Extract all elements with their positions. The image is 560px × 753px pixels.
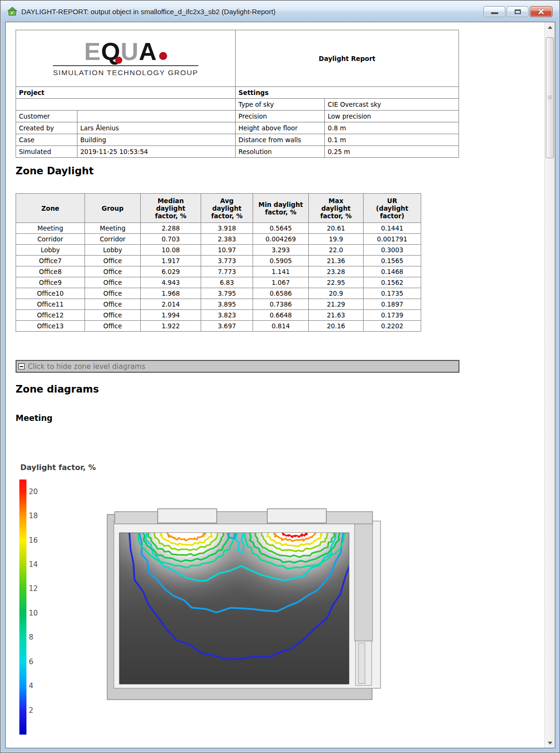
table-cell: 0.5905 bbox=[253, 256, 309, 266]
table-row: Office7Office1.9173.7730.590521.360.1565 bbox=[16, 256, 421, 266]
table-cell: 1.994 bbox=[141, 310, 201, 321]
close-icon bbox=[537, 8, 545, 16]
app-window: DAYLIGHT-REPORT: output object in smallo… bbox=[0, 0, 560, 753]
window-right bbox=[267, 509, 326, 523]
table-cell: 3.795 bbox=[201, 288, 253, 299]
door-leaf bbox=[358, 643, 365, 684]
zone-daylight-heading: Zone Daylight bbox=[16, 165, 93, 177]
table-cell: 10.08 bbox=[141, 245, 201, 256]
table-cell: Meeting bbox=[85, 223, 141, 234]
table-cell: 21.29 bbox=[309, 299, 364, 310]
table-row: MeetingMeeting2.2883.9180.564520.610.144… bbox=[16, 223, 421, 234]
table-cell: 0.6586 bbox=[253, 288, 309, 299]
daylight-contour-diagram bbox=[107, 498, 383, 704]
table-cell: 7.773 bbox=[201, 266, 253, 277]
logo-subtitle: SIMULATION TECHNOLOGY GROUP bbox=[53, 68, 198, 77]
table-cell: 20.61 bbox=[309, 223, 364, 234]
zone-column-header: Group bbox=[85, 194, 141, 223]
table-cell: 3.895 bbox=[201, 299, 253, 310]
table-cell: 1.141 bbox=[253, 266, 309, 277]
minimize-icon bbox=[491, 12, 498, 14]
vertical-scrollbar[interactable] bbox=[544, 22, 555, 748]
table-row: LobbyLobby10.0810.973.29322.00.3003 bbox=[16, 245, 421, 256]
table-row: Office10Office1.9683.7950.658620.90.1735 bbox=[16, 288, 421, 299]
top-wall bbox=[115, 512, 373, 524]
zone-column-header: Zone bbox=[16, 194, 85, 223]
table-cell: 0.3003 bbox=[364, 245, 421, 256]
hide-zone-diagrams-bar[interactable]: Click to hide zone level diagrams bbox=[16, 360, 459, 373]
setting-label: Resolution bbox=[236, 146, 325, 158]
table-cell: 4.943 bbox=[141, 277, 201, 288]
project-value: Lars Ålenius bbox=[77, 122, 236, 134]
table-row: Office12Office1.9943.8230.664821.630.173… bbox=[16, 310, 421, 321]
table-cell: 0.004269 bbox=[253, 234, 309, 245]
legend-tick: 16 bbox=[29, 536, 38, 545]
table-cell: 0.1739 bbox=[364, 310, 421, 321]
table-cell: 6.029 bbox=[141, 266, 201, 277]
zone-diagrams-heading: Zone diagrams bbox=[16, 384, 99, 395]
table-cell: 1.067 bbox=[253, 277, 309, 288]
table-cell: 21.36 bbox=[309, 256, 364, 266]
table-cell: 10.97 bbox=[201, 245, 253, 256]
window-title: DAYLIGHT-REPORT: output object in smallo… bbox=[21, 8, 276, 16]
collapse-minus-icon[interactable] bbox=[18, 363, 25, 369]
table-cell: 2.014 bbox=[141, 299, 201, 310]
right-wall bbox=[355, 523, 373, 641]
scroll-down-button[interactable] bbox=[545, 738, 554, 747]
table-row: Office8Office6.0297.7731.14123.280.1468 bbox=[16, 266, 421, 277]
legend-tick: 20 bbox=[29, 488, 38, 496]
report-page: EQUA SIMULATION TECHNOLOGY GROUP Dayligh… bbox=[6, 22, 544, 748]
table-cell: Office bbox=[85, 277, 141, 288]
minimize-button[interactable] bbox=[484, 6, 505, 17]
zone-column-header: UR (daylight factor) bbox=[364, 194, 421, 223]
table-cell: 3.293 bbox=[253, 245, 309, 256]
project-value bbox=[77, 111, 236, 122]
table-cell: 23.28 bbox=[309, 266, 364, 277]
screen: DAYLIGHT-REPORT: output object in smallo… bbox=[0, 0, 560, 753]
table-cell: Meeting bbox=[16, 223, 85, 234]
table-cell: 2.383 bbox=[201, 234, 253, 245]
logo-red-dot bbox=[159, 52, 167, 60]
project-label: Case bbox=[16, 134, 77, 146]
scroll-up-button[interactable] bbox=[545, 23, 554, 32]
table-cell: Corridor bbox=[16, 234, 85, 245]
table-cell: 6.83 bbox=[201, 277, 253, 288]
setting-label: Distance from walls bbox=[236, 134, 325, 146]
zone-column-header: Median daylight factor, % bbox=[141, 194, 201, 223]
table-cell: Office bbox=[85, 256, 141, 266]
logo-cell: EQUA SIMULATION TECHNOLOGY GROUP bbox=[16, 30, 236, 87]
diagram-zone-name: Meeting bbox=[16, 413, 52, 423]
table-cell: 0.001791 bbox=[364, 234, 421, 245]
table-cell: Office bbox=[85, 310, 141, 321]
report-title: Daylight Report bbox=[236, 30, 459, 87]
report-header-table: EQUA SIMULATION TECHNOLOGY GROUP Dayligh… bbox=[16, 30, 459, 158]
scrollbar-thumb[interactable] bbox=[546, 37, 554, 158]
close-button[interactable] bbox=[530, 6, 552, 17]
legend-color-bar bbox=[19, 479, 26, 735]
zone-column-header: Avg daylight factor, % bbox=[201, 194, 253, 223]
setting-value: CIE Overcast sky bbox=[325, 99, 459, 111]
table-cell: 0.1735 bbox=[364, 288, 421, 299]
table-cell: Office11 bbox=[16, 299, 85, 310]
window-titlebar[interactable]: DAYLIGHT-REPORT: output object in smallo… bbox=[1, 1, 559, 22]
legend-tick: 8 bbox=[29, 633, 34, 642]
project-heading: Project bbox=[16, 87, 236, 99]
table-cell: 0.2202 bbox=[364, 321, 421, 332]
table-cell: 3.918 bbox=[201, 223, 253, 234]
table-cell: 20.16 bbox=[309, 321, 364, 332]
maximize-button[interactable] bbox=[507, 6, 528, 17]
table-row: Office9Office4.9436.831.06722.950.1562 bbox=[16, 277, 421, 288]
table-cell: Lobby bbox=[85, 245, 141, 256]
zone-column-header: Max daylight factor, % bbox=[309, 194, 364, 223]
table-cell: Office10 bbox=[16, 288, 85, 299]
table-cell: 0.1562 bbox=[364, 277, 421, 288]
legend-title: Daylight factor, % bbox=[20, 463, 96, 472]
project-label: Created by bbox=[16, 122, 77, 134]
table-cell: 0.7386 bbox=[253, 299, 309, 310]
table-cell: 0.1468 bbox=[364, 266, 421, 277]
project-label: Customer bbox=[16, 111, 77, 122]
setting-value: 0.8 m bbox=[325, 122, 459, 134]
table-cell: Corridor bbox=[85, 234, 141, 245]
table-cell: 0.703 bbox=[141, 234, 201, 245]
logo-rule bbox=[53, 65, 198, 66]
